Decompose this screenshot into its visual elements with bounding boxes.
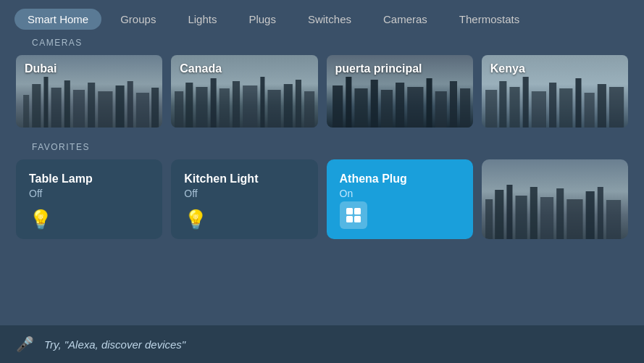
svg-rect-2: [32, 84, 41, 128]
microphone-icon: 🎤: [16, 335, 34, 353]
cameras-grid: Dubai Canada: [16, 55, 628, 128]
camera-puerta[interactable]: puerta principal: [327, 55, 473, 128]
athena-plug-status: On: [340, 188, 460, 199]
svg-rect-12: [151, 88, 159, 128]
lightbulb-icon-2: 💡: [184, 210, 304, 229]
svg-rect-56: [540, 197, 553, 239]
nav-groups[interactable]: Groups: [107, 9, 169, 30]
svg-rect-35: [460, 88, 470, 128]
camera-canada[interactable]: Canada: [171, 55, 317, 128]
svg-rect-34: [449, 81, 456, 128]
svg-rect-11: [136, 93, 149, 128]
svg-rect-19: [243, 85, 257, 128]
svg-rect-4: [51, 88, 62, 128]
canada-label: Canada: [180, 62, 222, 75]
nav-cameras[interactable]: Cameras: [370, 9, 440, 30]
svg-rect-8: [98, 91, 112, 128]
svg-rect-41: [549, 83, 556, 128]
svg-rect-39: [522, 77, 528, 128]
camera-kenya[interactable]: Kenya: [482, 55, 628, 128]
nav-smart-home[interactable]: Smart Home: [14, 9, 101, 30]
fav-title-area: Kitchen Light Off: [184, 172, 304, 199]
svg-rect-7: [88, 83, 95, 128]
fav-athena-plug[interactable]: Athena Plug On: [327, 159, 473, 239]
dubai-label: Dubai: [25, 62, 57, 75]
kitchen-light-status: Off: [184, 188, 304, 199]
svg-rect-55: [530, 187, 537, 239]
svg-rect-30: [396, 83, 404, 128]
nav-plugs[interactable]: Plugs: [235, 9, 289, 30]
svg-rect-54: [515, 196, 527, 239]
svg-rect-45: [598, 84, 606, 128]
fav-table-lamp[interactable]: Table Lamp Off 💡: [16, 159, 162, 239]
svg-rect-9: [116, 85, 125, 128]
kenya-label: Kenya: [490, 62, 525, 75]
table-lamp-status: Off: [29, 188, 149, 199]
fav-title-area: Table Lamp Off: [29, 172, 149, 199]
svg-rect-58: [566, 199, 582, 239]
svg-rect-59: [585, 191, 594, 239]
favorites-section: FAVORITES Table Lamp Off 💡 Kitchen Light…: [0, 142, 644, 239]
svg-rect-31: [407, 87, 423, 128]
svg-rect-22: [284, 84, 293, 128]
nav-lights[interactable]: Lights: [175, 9, 230, 30]
svg-rect-15: [196, 87, 208, 128]
svg-rect-13: [175, 91, 183, 128]
svg-rect-29: [380, 90, 392, 128]
cameras-section: CAMERAS Dubai: [0, 38, 644, 128]
svg-rect-14: [185, 83, 193, 128]
svg-rect-25: [333, 85, 343, 128]
bottom-bar: 🎤 Try, "Alexa, discover devices": [0, 325, 644, 363]
svg-rect-33: [435, 91, 446, 128]
lightbulb-icon: 💡: [29, 210, 149, 229]
svg-rect-60: [598, 187, 603, 239]
nav-switches[interactable]: Switches: [295, 9, 364, 30]
svg-rect-5: [64, 80, 70, 128]
svg-rect-26: [346, 77, 351, 128]
puerta-label: puerta principal: [335, 62, 422, 75]
svg-rect-16: [211, 78, 217, 128]
svg-rect-42: [559, 88, 572, 128]
svg-rect-36: [485, 90, 497, 128]
svg-rect-51: [485, 199, 493, 239]
table-lamp-title: Table Lamp: [29, 172, 149, 185]
svg-rect-37: [499, 81, 506, 128]
nav-thermostats[interactable]: Thermostats: [446, 9, 532, 30]
camera-dubai[interactable]: Dubai: [16, 55, 162, 128]
fav-title-area: Athena Plug On: [340, 172, 460, 199]
fav-kitchen-light[interactable]: Kitchen Light Off 💡: [171, 159, 317, 239]
svg-rect-24: [304, 91, 314, 128]
svg-rect-28: [370, 80, 377, 128]
svg-rect-46: [609, 87, 624, 128]
cameras-label: CAMERAS: [16, 38, 628, 48]
svg-rect-57: [556, 188, 564, 239]
svg-rect-40: [532, 91, 546, 128]
fav-dubai-camera[interactable]: [482, 159, 628, 239]
svg-rect-61: [606, 200, 621, 239]
svg-rect-3: [43, 77, 48, 128]
favorites-label: FAVORITES: [16, 142, 628, 152]
svg-rect-18: [233, 81, 240, 128]
svg-rect-48: [354, 208, 361, 214]
plug-icon: [340, 201, 367, 229]
nav-bar: Smart Home Groups Lights Plugs Switches …: [0, 0, 644, 38]
svg-rect-21: [268, 90, 281, 128]
svg-rect-23: [296, 80, 301, 128]
svg-rect-43: [575, 78, 581, 128]
svg-rect-20: [261, 77, 265, 128]
favorites-grid: Table Lamp Off 💡 Kitchen Light Off 💡 Ath…: [16, 159, 628, 239]
svg-rect-17: [219, 88, 230, 128]
svg-rect-47: [346, 208, 353, 214]
svg-rect-32: [426, 78, 432, 128]
svg-rect-52: [495, 190, 503, 239]
svg-rect-1: [23, 95, 29, 128]
alexa-hint: Try, "Alexa, discover devices": [44, 338, 185, 351]
svg-rect-44: [584, 93, 594, 128]
svg-rect-49: [346, 216, 353, 222]
svg-rect-53: [506, 185, 512, 239]
svg-rect-38: [509, 87, 519, 128]
kitchen-light-title: Kitchen Light: [184, 172, 304, 185]
svg-rect-6: [73, 90, 85, 128]
svg-rect-10: [127, 81, 133, 128]
svg-rect-50: [354, 216, 361, 222]
